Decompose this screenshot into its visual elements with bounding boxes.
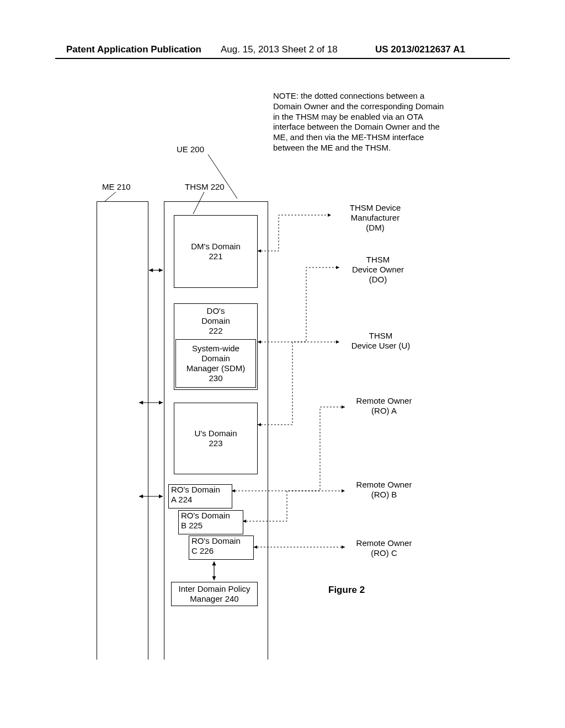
ro-a-l2: A 224 bbox=[171, 495, 232, 505]
owner-ro-a: Remote Owner (RO) A bbox=[348, 396, 420, 416]
sdm-l3: Manager (SDM) bbox=[176, 363, 255, 373]
sdm-box: System-wide Domain Manager (SDM) 230 bbox=[175, 339, 256, 388]
dm-domain-box: DM's Domain 221 bbox=[174, 215, 258, 288]
header-center: Aug. 15, 2013 Sheet 2 of 18 bbox=[221, 44, 338, 55]
ro-a-box: RO's Domain A 224 bbox=[168, 484, 232, 508]
owner-dm-l3: (DM) bbox=[342, 223, 408, 233]
note-text: NOTE: the dotted connections between a D… bbox=[273, 91, 444, 153]
figure-2-diagram: NOTE: the dotted connections between a D… bbox=[55, 72, 510, 689]
sdm-l1: System-wide bbox=[176, 344, 255, 354]
owner-do-l1: THSM bbox=[342, 255, 414, 265]
dm-domain-l1: DM's Domain bbox=[174, 242, 257, 251]
sdm-l2: Domain bbox=[176, 354, 255, 363]
ro-a-l1: RO's Domain bbox=[171, 485, 232, 495]
owner-ro-c: Remote Owner (RO) C bbox=[348, 538, 420, 558]
header-left: Patent Application Publication bbox=[66, 44, 201, 55]
owner-ro-c-l2: (RO) C bbox=[348, 548, 420, 558]
owner-do-l3: (DO) bbox=[342, 275, 414, 285]
ro-c-l2: C 226 bbox=[191, 546, 253, 556]
owner-ro-b-l2: (RO) B bbox=[348, 490, 420, 500]
dm-domain-l2: 221 bbox=[174, 251, 257, 261]
thsm-label: THSM 220 bbox=[185, 182, 225, 192]
owner-ro-c-l1: Remote Owner bbox=[348, 538, 420, 548]
owner-ro-a-l2: (RO) A bbox=[348, 406, 420, 416]
ue-label: UE 200 bbox=[177, 144, 204, 154]
ro-c-l1: RO's Domain bbox=[191, 536, 253, 546]
owner-ro-a-l1: Remote Owner bbox=[348, 396, 420, 406]
owner-dm-l1: THSM Device bbox=[342, 203, 408, 213]
idpm-l2: Manager 240 bbox=[172, 594, 257, 604]
u-domain-l1: U's Domain bbox=[174, 429, 257, 438]
svg-line-1 bbox=[105, 192, 116, 201]
me-box bbox=[97, 201, 148, 660]
owner-do-l2: Device Owner bbox=[342, 265, 414, 275]
header-rule bbox=[55, 58, 510, 59]
me-label: ME 210 bbox=[102, 182, 131, 192]
figure-caption: Figure 2 bbox=[328, 585, 365, 596]
owner-dm: THSM Device Manufacturer (DM) bbox=[342, 203, 408, 233]
idpm-l1: Inter Domain Policy bbox=[172, 584, 257, 594]
u-domain-box: U's Domain 223 bbox=[174, 403, 258, 474]
ro-b-l2: B 225 bbox=[181, 521, 243, 531]
owner-dm-l2: Manufacturer bbox=[342, 213, 408, 223]
ro-b-box: RO's Domain B 225 bbox=[178, 510, 243, 534]
owner-do: THSM Device Owner (DO) bbox=[342, 255, 414, 285]
owner-u: THSM Device User (U) bbox=[342, 331, 419, 351]
owner-u-l2: Device User (U) bbox=[342, 341, 419, 351]
ro-c-box: RO's Domain C 226 bbox=[189, 536, 254, 560]
do-domain-l1: DO's bbox=[174, 306, 257, 316]
sdm-l4: 230 bbox=[176, 373, 255, 383]
header-right: US 2013/0212637 A1 bbox=[375, 44, 465, 55]
do-domain-l2: Domain bbox=[174, 316, 257, 326]
idpm-box: Inter Domain Policy Manager 240 bbox=[171, 582, 258, 606]
owner-ro-b-l1: Remote Owner bbox=[348, 480, 420, 490]
owner-u-l1: THSM bbox=[342, 331, 419, 341]
ro-b-l1: RO's Domain bbox=[181, 511, 243, 521]
u-domain-l2: 223 bbox=[174, 438, 257, 448]
owner-ro-b: Remote Owner (RO) B bbox=[348, 480, 420, 500]
svg-line-0 bbox=[208, 154, 237, 199]
do-domain-l3: 222 bbox=[174, 326, 257, 336]
